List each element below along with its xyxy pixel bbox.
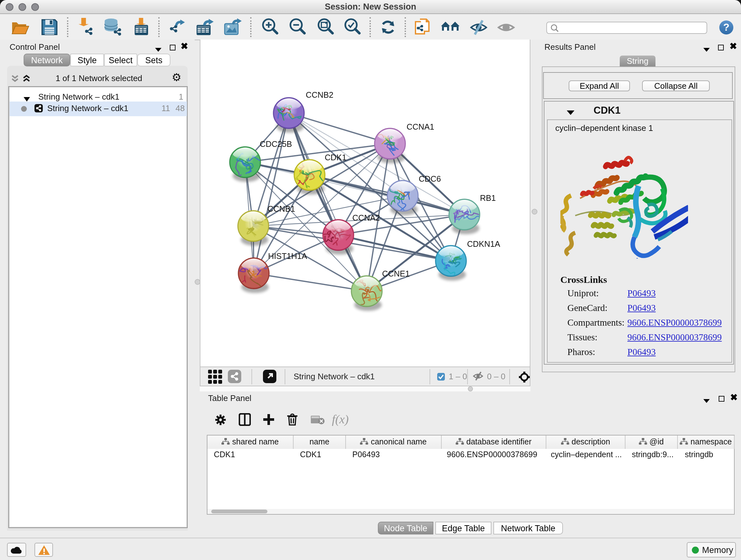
svg-text:CCNA2: CCNA2 [352, 213, 380, 222]
svg-text:CCNE1: CCNE1 [382, 269, 410, 278]
svg-text:RB1: RB1 [480, 193, 496, 202]
svg-text:CCNB1: CCNB1 [267, 204, 295, 213]
svg-text:CDKN1A: CDKN1A [467, 240, 500, 248]
svg-text:CCNB2: CCNB2 [306, 90, 333, 99]
svg-text:HIST1H1A: HIST1H1A [268, 252, 307, 260]
svg-text:CDC25B: CDC25B [260, 139, 292, 148]
svg-text:CDK1: CDK1 [325, 153, 346, 162]
svg-text:CCNA1: CCNA1 [407, 122, 434, 131]
svg-text:CDC6: CDC6 [419, 174, 441, 183]
